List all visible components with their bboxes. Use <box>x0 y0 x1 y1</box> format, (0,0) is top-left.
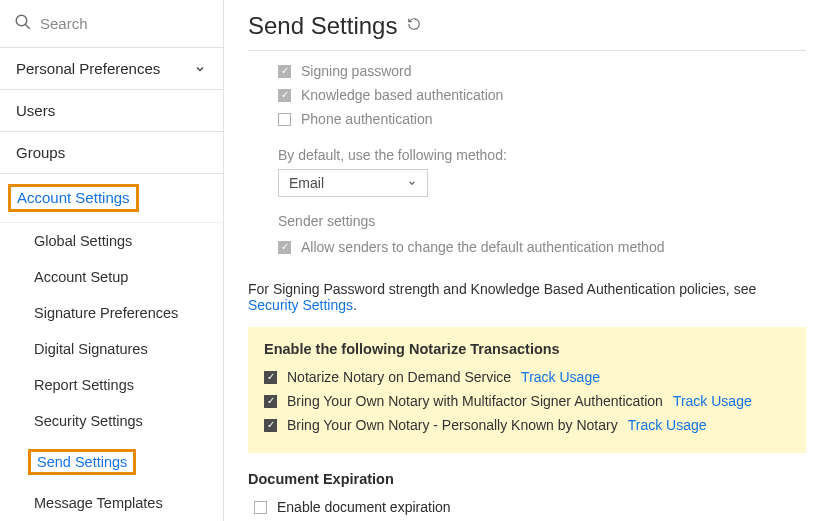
highlight-box: Account Settings <box>8 184 139 212</box>
sidebar-item-personal-preferences[interactable]: Personal Preferences <box>0 48 223 90</box>
checkbox-icon <box>278 241 291 254</box>
sidebar-item-label: Groups <box>16 144 65 161</box>
sidebar-item-message-templates[interactable]: Message Templates <box>0 485 223 521</box>
sidebar-item-digital-signatures[interactable]: Digital Signatures <box>0 331 223 367</box>
checkbox-icon <box>278 113 291 126</box>
select-value: Email <box>289 175 324 191</box>
checkbox-notarize-on-demand[interactable]: Notarize Notary on Demand Service Track … <box>264 365 790 389</box>
checkbox-kba[interactable]: Knowledge based authentication <box>278 83 806 107</box>
checkbox-icon <box>264 395 277 408</box>
default-method-select[interactable]: Email <box>278 169 428 197</box>
sidebar-item-label: Report Settings <box>34 377 134 393</box>
checkbox-label: Allow senders to change the default auth… <box>301 239 664 255</box>
sidebar: Search Personal Preferences Users Groups… <box>0 0 224 521</box>
policies-paragraph: For Signing Password strength and Knowle… <box>248 281 806 313</box>
checkbox-label: Phone authentication <box>301 111 433 127</box>
sidebar-item-signature-preferences[interactable]: Signature Preferences <box>0 295 223 331</box>
checkbox-byo-notary-mfa[interactable]: Bring Your Own Notary with Multifactor S… <box>264 389 790 413</box>
default-method-label: By default, use the following method: <box>278 147 806 163</box>
checkbox-icon <box>254 501 267 514</box>
page-title: Send Settings <box>248 12 397 40</box>
notarize-title: Enable the following Notarize Transactio… <box>264 341 790 357</box>
checkbox-icon <box>278 89 291 102</box>
sidebar-item-label: Account Settings <box>17 189 130 206</box>
sidebar-item-label: Security Settings <box>34 413 143 429</box>
policies-text: For Signing Password strength and Knowle… <box>248 281 756 297</box>
sidebar-item-account-setup[interactable]: Account Setup <box>0 259 223 295</box>
checkbox-signing-password[interactable]: Signing password <box>278 59 806 83</box>
track-usage-link[interactable]: Track Usage <box>628 417 707 433</box>
sidebar-item-label: Digital Signatures <box>34 341 148 357</box>
sidebar-item-users[interactable]: Users <box>0 90 223 132</box>
checkbox-label: Notarize Notary on Demand Service <box>287 369 511 385</box>
account-settings-subitems: Global Settings Account Setup Signature … <box>0 223 223 521</box>
notarize-transactions-block: Enable the following Notarize Transactio… <box>248 327 806 453</box>
checkbox-label: Signing password <box>301 63 412 79</box>
sidebar-item-security-settings[interactable]: Security Settings <box>0 403 223 439</box>
sidebar-item-label: Personal Preferences <box>16 60 160 77</box>
track-usage-link[interactable]: Track Usage <box>673 393 752 409</box>
sidebar-item-label: Signature Preferences <box>34 305 178 321</box>
search-icon <box>14 13 32 35</box>
checkbox-label: Enable document expiration <box>277 499 451 515</box>
checkbox-enable-doc-expiration[interactable]: Enable document expiration <box>248 495 806 519</box>
checkbox-label: Bring Your Own Notary with Multifactor S… <box>287 393 663 409</box>
security-settings-link[interactable]: Security Settings <box>248 297 353 313</box>
sidebar-item-report-settings[interactable]: Report Settings <box>0 367 223 403</box>
auth-methods-section: Signing password Knowledge based authent… <box>248 59 806 259</box>
search-placeholder: Search <box>40 15 88 32</box>
search-input[interactable]: Search <box>0 0 223 48</box>
main-content: Send Settings Signing password Knowledge… <box>224 0 830 521</box>
document-expiration-title: Document Expiration <box>248 471 806 487</box>
svg-line-1 <box>25 24 30 29</box>
sidebar-item-label: Send Settings <box>37 454 127 470</box>
sidebar-item-label: Global Settings <box>34 233 132 249</box>
sidebar-item-label: Account Setup <box>34 269 128 285</box>
sidebar-item-send-settings[interactable]: Send Settings <box>0 439 223 485</box>
checkbox-icon <box>278 65 291 78</box>
checkbox-phone-auth[interactable]: Phone authentication <box>278 107 806 131</box>
page-title-row: Send Settings <box>248 8 806 51</box>
sidebar-item-label: Users <box>16 102 55 119</box>
track-usage-link[interactable]: Track Usage <box>521 369 600 385</box>
chevron-down-icon <box>407 178 417 188</box>
checkbox-label: Bring Your Own Notary - Personally Known… <box>287 417 618 433</box>
highlight-box: Send Settings <box>28 449 136 475</box>
svg-point-0 <box>16 15 27 26</box>
sidebar-item-account-settings[interactable]: Account Settings <box>0 174 223 223</box>
checkbox-icon <box>264 419 277 432</box>
checkbox-allow-senders[interactable]: Allow senders to change the default auth… <box>278 235 806 259</box>
checkbox-byo-notary-personal[interactable]: Bring Your Own Notary - Personally Known… <box>264 413 790 437</box>
sidebar-item-global-settings[interactable]: Global Settings <box>0 223 223 259</box>
chevron-down-icon <box>193 62 207 76</box>
checkbox-icon <box>264 371 277 384</box>
sidebar-item-label: Message Templates <box>34 495 163 511</box>
document-expiration-section: Document Expiration Enable document expi… <box>248 471 806 519</box>
checkbox-label: Knowledge based authentication <box>301 87 503 103</box>
refresh-icon[interactable] <box>407 17 421 35</box>
sidebar-item-groups[interactable]: Groups <box>0 132 223 174</box>
sender-settings-label: Sender settings <box>278 213 806 229</box>
